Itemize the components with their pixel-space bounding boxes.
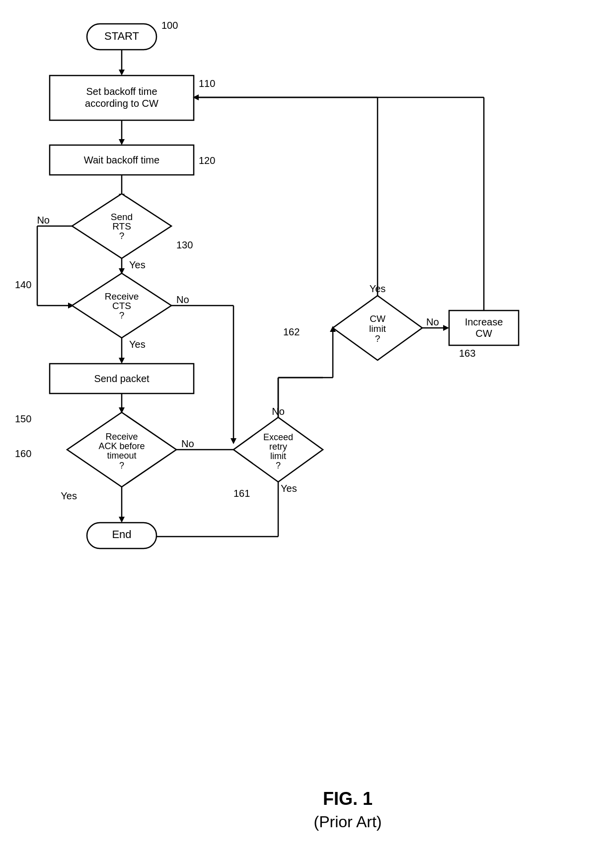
figure-sublabel: (Prior Art) — [314, 813, 382, 831]
yes-exceed-retry: Yes — [281, 483, 297, 494]
yes-receive-ack: Yes — [61, 490, 77, 501]
cw-limit-line3: ? — [375, 333, 381, 344]
no-receive-cts: No — [176, 294, 189, 305]
cw-limit-line1: CW — [370, 313, 385, 324]
yes-receive-cts: Yes — [129, 339, 146, 350]
label-120: 120 — [199, 155, 215, 166]
end-label: End — [112, 528, 131, 541]
send-rts-line1: Send — [111, 212, 133, 222]
set-backoff-line2: according to CW — [85, 98, 158, 109]
exceed-retry-line2: retry — [269, 442, 287, 452]
send-packet-label: Send packet — [94, 373, 150, 384]
increase-cw-line1: Increase — [465, 316, 503, 327]
label-150: 150 — [15, 413, 31, 424]
send-rts-line2: RTS — [112, 221, 131, 232]
label-163: 163 — [459, 348, 475, 359]
exceed-retry-line3: limit — [270, 451, 286, 461]
yes-send-rts: Yes — [129, 259, 146, 270]
exceed-retry-line1: Exceed — [263, 432, 293, 442]
diagram-container: START 100 Set backoff time according to … — [0, 0, 616, 861]
receive-ack-line2: ACK before — [98, 441, 145, 451]
no-receive-ack: No — [181, 438, 194, 449]
label-162: 162 — [283, 326, 300, 337]
no-cw-limit: No — [426, 316, 439, 327]
svg-rect-0 — [0, 0, 616, 861]
exceed-retry-line4: ? — [276, 461, 281, 470]
cw-limit-line2: limit — [369, 323, 386, 334]
label-140: 140 — [15, 279, 31, 290]
send-rts-line3: ? — [119, 231, 125, 241]
label-110: 110 — [199, 78, 215, 89]
increase-cw-line2: CW — [475, 328, 492, 339]
label-130: 130 — [176, 239, 193, 250]
receive-ack-line3: timeout — [107, 451, 136, 461]
receive-cts-line1: Receive — [105, 291, 139, 302]
figure-label: FIG. 1 — [323, 788, 373, 809]
set-backoff-line1: Set backoff time — [86, 86, 157, 97]
label-100: 100 — [161, 20, 178, 31]
start-label: START — [104, 30, 139, 42]
label-161: 161 — [233, 488, 250, 499]
no-send-rts: No — [37, 215, 50, 226]
receive-cts-line3: ? — [119, 310, 125, 320]
receive-ack-line4: ? — [119, 461, 124, 470]
wait-backoff-label: Wait backoff time — [84, 155, 159, 165]
receive-cts-line2: CTS — [112, 301, 131, 311]
receive-ack-line1: Receive — [105, 432, 138, 442]
label-160: 160 — [15, 448, 31, 459]
